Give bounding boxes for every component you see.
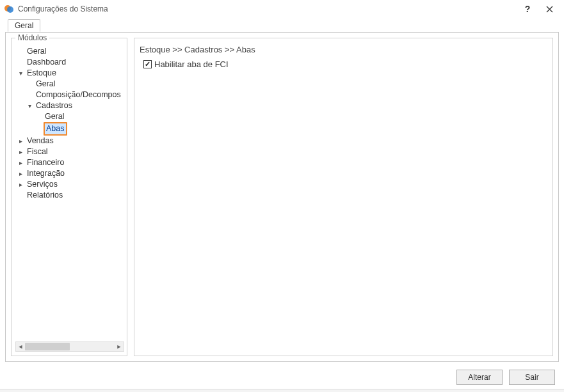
modules-tree[interactable]: ▸Geral ▸Dashboard ▾Estoque ▸Geral ▸Compo…	[15, 45, 127, 339]
tree-item-cadastros-abas[interactable]: Abas	[44, 122, 67, 136]
window-title: Configurações do Sistema	[18, 4, 517, 13]
scroll-right-icon[interactable]: ►	[115, 342, 124, 351]
checkbox-label: Habilitar aba de FCI	[154, 59, 229, 69]
tree-item-servicos[interactable]: Serviços	[26, 179, 59, 190]
tree-item-vendas[interactable]: Vendas	[26, 136, 55, 146]
tree-item-relatorios[interactable]: Relatórios	[26, 190, 64, 201]
tree-item-estoque-compdecomp[interactable]: Composição/Decompos	[35, 90, 122, 100]
tree-item-estoque-geral[interactable]: Geral	[35, 79, 57, 90]
help-button[interactable]: ?	[517, 1, 538, 17]
status-bar: Eagle Gestão ®	[0, 389, 564, 392]
titlebar: Configurações do Sistema ?	[0, 0, 564, 18]
chevron-right-icon[interactable]: ▸	[17, 159, 24, 167]
tree-item-dashboard[interactable]: Dashboard	[26, 57, 67, 68]
scroll-thumb[interactable]	[25, 343, 70, 350]
sair-button[interactable]: Sair	[509, 370, 555, 385]
tree-item-fiscal[interactable]: Fiscal	[26, 146, 49, 157]
modules-panel: Módulos ▸Geral ▸Dashboard ▾Estoque ▸Gera…	[11, 38, 127, 356]
chevron-down-icon[interactable]: ▾	[26, 102, 33, 110]
dialog-buttons: Alterar Sair	[0, 367, 564, 389]
chevron-down-icon[interactable]: ▾	[17, 70, 24, 77]
tree-item-estoque[interactable]: Estoque	[26, 68, 58, 79]
detail-panel: Estoque >> Cadastros >> Abas Habilitar a…	[134, 38, 553, 356]
tree-item-estoque-cadastros[interactable]: Cadastros	[35, 100, 74, 111]
horizontal-scrollbar[interactable]: ◄ ►	[15, 341, 124, 352]
checkbox-icon[interactable]	[143, 60, 152, 68]
close-button[interactable]	[538, 1, 560, 17]
modules-title: Módulos	[15, 33, 49, 42]
breadcrumb: Estoque >> Cadastros >> Abas	[138, 45, 552, 59]
tree-item-cadastros-geral[interactable]: Geral	[44, 111, 66, 122]
chevron-right-icon[interactable]: ▸	[17, 181, 24, 189]
chevron-right-icon[interactable]: ▸	[17, 148, 24, 156]
tab-geral[interactable]: Geral	[8, 19, 40, 32]
scroll-left-icon[interactable]: ◄	[16, 342, 25, 351]
app-icon	[4, 4, 14, 14]
tree-item-financeiro[interactable]: Financeiro	[26, 157, 65, 168]
tab-content: Módulos ▸Geral ▸Dashboard ▾Estoque ▸Gera…	[5, 32, 559, 362]
tab-strip: Geral	[0, 18, 564, 32]
tree-item-geral[interactable]: Geral	[26, 46, 48, 57]
chevron-right-icon[interactable]: ▸	[17, 137, 24, 145]
alterar-button[interactable]: Alterar	[456, 370, 503, 385]
checkbox-habilitar-fci[interactable]: Habilitar aba de FCI	[138, 59, 552, 69]
svg-point-1	[7, 6, 13, 13]
tree-item-integracao[interactable]: Integração	[26, 168, 66, 179]
chevron-right-icon[interactable]: ▸	[17, 170, 24, 178]
